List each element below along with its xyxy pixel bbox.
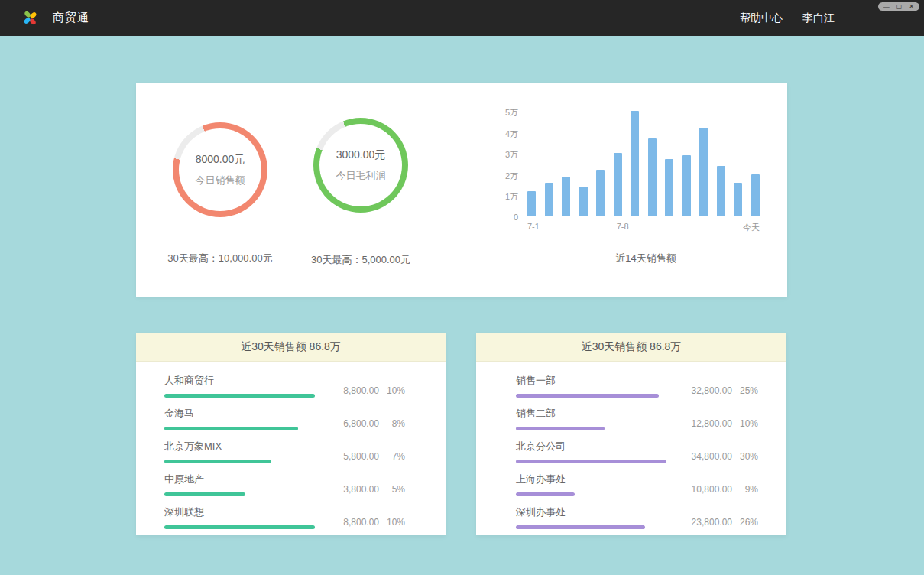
y-axis-tick: 0: [497, 213, 518, 222]
today-profit-value: 3000.00元: [336, 148, 386, 162]
bar-plot-area: [527, 111, 760, 216]
item-values: 34,800.0030%: [692, 451, 758, 462]
list-item: 北京分公司34,800.0030%: [476, 440, 786, 463]
overview-card: 8000.00元 今日销售额 30天最高：10,000.00元 3000.00元…: [136, 83, 787, 297]
item-values: 8,800.0010%: [343, 385, 405, 396]
daily-sales-bar: [699, 128, 708, 216]
daily-sales-bar: [527, 191, 536, 216]
minimize-button[interactable]: —: [883, 3, 890, 11]
item-percent: 26%: [738, 517, 758, 528]
item-amount: 23,800.00: [692, 517, 732, 528]
item-percent: 10%: [738, 418, 758, 429]
item-amount: 32,800.00: [692, 385, 732, 396]
today-profit-donut-center: 3000.00元 今日毛利润: [319, 124, 402, 206]
item-values: 10,800.009%: [692, 484, 758, 495]
help-center-link[interactable]: 帮助中心: [740, 11, 783, 25]
window-controls: — ▢ ✕: [878, 2, 919, 11]
daily-sales-bar: [648, 138, 657, 216]
customers-sales-card: 近30天销售额 86.8万 人和商贸行8,800.0010%金海马6,800.0…: [136, 333, 446, 535]
username-link[interactable]: 李白江: [802, 11, 835, 25]
item-values: 6,800.008%: [343, 418, 405, 429]
list-item: 销售一部32,800.0025%: [476, 374, 786, 398]
item-percent: 5%: [385, 484, 405, 495]
daily-sales-bar: [682, 155, 691, 216]
item-amount: 8,800.00: [343, 385, 379, 396]
close-button[interactable]: ✕: [909, 3, 914, 11]
item-amount: 3,800.00: [343, 484, 379, 495]
x-tick-first: 7-1: [527, 222, 540, 231]
list-item: 深圳办事处23,800.0026%: [476, 505, 786, 529]
bar-chart-caption: 近14天销售额: [527, 252, 764, 265]
item-values: 12,800.0010%: [692, 418, 758, 429]
daily-sales-bar: [545, 183, 553, 216]
item-values: 5,800.007%: [343, 451, 405, 462]
item-amount: 6,800.00: [343, 418, 379, 429]
item-progress-bar: [164, 492, 245, 496]
customers-card-title: 近30天销售额 86.8万: [136, 333, 446, 362]
y-axis-tick: 5万: [497, 107, 518, 119]
item-amount: 5,800.00: [343, 451, 379, 462]
list-item: 北京万象MIX5,800.007%: [136, 440, 446, 463]
daily-sales-bar: [562, 177, 570, 216]
today-sales-donut: 8000.00元 今日销售额: [173, 122, 267, 217]
daily-sales-bar: [631, 111, 639, 216]
app-logo-icon: [21, 9, 40, 28]
daily-sales-bar: [734, 183, 742, 216]
list-item: 人和商贸行8,800.0010%: [136, 374, 446, 398]
list-item: 上海办事处10,800.009%: [476, 473, 786, 496]
sales-14day-bar-chart: 5万4万3万2万1万0 7-1 7-8 今天: [497, 111, 764, 237]
y-axis-tick: 1万: [497, 191, 518, 203]
maximize-button[interactable]: ▢: [896, 3, 903, 11]
y-axis-tick: 3万: [497, 149, 518, 161]
x-tick-last: 今天: [743, 222, 760, 233]
x-axis: 7-1 7-8 今天: [527, 222, 760, 232]
today-profit-max-footnote: 30天最高：5,000.00元: [269, 253, 452, 267]
item-amount: 34,800.00: [692, 451, 732, 462]
customers-list: 人和商贸行8,800.0010%金海马6,800.008%北京万象MIX5,80…: [136, 362, 446, 529]
today-profit-donut: 3000.00元 今日毛利润: [313, 118, 408, 213]
item-values: 3,800.005%: [343, 484, 405, 495]
item-progress-bar: [516, 492, 575, 496]
item-values: 32,800.0025%: [692, 385, 758, 396]
item-amount: 12,800.00: [692, 418, 732, 429]
item-percent: 25%: [738, 385, 758, 396]
item-progress-bar: [164, 427, 298, 430]
daily-sales-bar: [596, 170, 605, 216]
item-amount: 10,800.00: [692, 484, 732, 495]
list-item: 中原地产3,800.005%: [136, 473, 446, 496]
item-percent: 30%: [738, 451, 758, 462]
titlebar-right: 帮助中心 李白江: [740, 11, 835, 25]
item-progress-bar: [516, 394, 659, 398]
item-progress-bar: [516, 460, 666, 463]
item-percent: 10%: [385, 517, 405, 528]
daily-sales-bar: [665, 159, 673, 216]
y-axis-tick: 2万: [497, 171, 518, 182]
today-sales-value: 8000.00元: [196, 153, 245, 167]
item-progress-bar: [516, 525, 645, 529]
item-progress-bar: [164, 460, 271, 463]
daily-sales-bar: [614, 153, 622, 216]
item-progress-bar: [516, 427, 605, 430]
item-values: 8,800.0010%: [343, 517, 405, 528]
daily-sales-bar: [717, 166, 725, 216]
y-axis-tick: 4万: [497, 128, 518, 140]
brand: 商贸通: [21, 9, 89, 28]
item-amount: 8,800.00: [343, 517, 379, 528]
daily-sales-bar: [751, 174, 760, 216]
departments-list: 销售一部32,800.0025%销售二部12,800.0010%北京分公司34,…: [476, 362, 786, 529]
item-progress-bar: [164, 394, 315, 398]
departments-sales-card: 近30天销售额 86.8万 销售一部32,800.0025%销售二部12,800…: [476, 333, 786, 535]
list-item: 深圳联想8,800.0010%: [136, 505, 446, 529]
list-item: 金海马6,800.008%: [136, 407, 446, 430]
list-item: 销售二部12,800.0010%: [476, 407, 786, 430]
daily-sales-bar: [579, 187, 588, 216]
item-percent: 9%: [738, 484, 758, 495]
today-sales-donut-center: 8000.00元 今日销售额: [179, 128, 261, 211]
item-progress-bar: [164, 525, 315, 529]
today-sales-label: 今日销售额: [196, 174, 245, 187]
item-percent: 7%: [385, 451, 405, 462]
titlebar: — ▢ ✕ 商贸通 帮助中心 李白江: [0, 0, 924, 36]
item-percent: 8%: [385, 418, 405, 429]
app-title: 商贸通: [53, 11, 89, 25]
departments-card-title: 近30天销售额 86.8万: [476, 333, 786, 362]
